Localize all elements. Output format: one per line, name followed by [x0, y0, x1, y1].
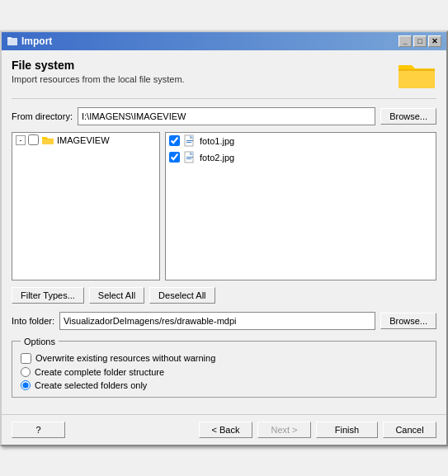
- svg-rect-5: [186, 142, 191, 143]
- complete-folder-radio[interactable]: [21, 367, 31, 377]
- filter-types-button[interactable]: Filter Types...: [12, 287, 84, 304]
- svg-rect-8: [186, 157, 193, 158]
- file-icon-foto1: [183, 134, 196, 148]
- from-directory-browse-button[interactable]: Browse...: [380, 108, 436, 125]
- footer: ? < Back Next > Finish Cancel: [2, 414, 446, 445]
- file-checkbox-foto2[interactable]: [169, 152, 180, 163]
- title-bar: Import _ □ ✕: [2, 32, 446, 50]
- svg-rect-4: [186, 140, 193, 141]
- complete-folder-label: Create complete folder structure: [35, 367, 164, 377]
- footer-right: < Back Next > Finish Cancel: [199, 422, 436, 438]
- from-directory-label: From directory:: [12, 111, 73, 121]
- cancel-button[interactable]: Cancel: [383, 422, 436, 438]
- option-selected-folders: Create selected folders only: [21, 380, 427, 390]
- deselect-all-button[interactable]: Deselect All: [149, 287, 215, 304]
- option-overwrite: Overwrite existing resources without war…: [21, 353, 427, 364]
- folder-small-icon: [41, 134, 54, 146]
- header-section: File system Import resources from the lo…: [12, 59, 436, 99]
- footer-left: ?: [12, 422, 65, 438]
- tree-item-checkbox[interactable]: [28, 134, 39, 145]
- next-button[interactable]: Next >: [257, 422, 311, 438]
- file-icon-foto2: [183, 151, 196, 164]
- option-complete-folder: Create complete folder structure: [21, 367, 427, 377]
- tree-item-label: IMAGEVIEW: [57, 135, 110, 145]
- tree-item-imageview[interactable]: - IMAGEVIEW: [12, 133, 159, 148]
- file-item-foto2[interactable]: foto2.jpg: [166, 149, 436, 166]
- overwrite-label: Overwrite existing resources without war…: [35, 353, 215, 363]
- tree-expander[interactable]: -: [16, 135, 26, 145]
- options-group: Options Overwrite existing resources wit…: [12, 337, 436, 398]
- import-dialog: Import _ □ ✕ File system Import resource…: [0, 31, 448, 446]
- page-description: Import resources from the local file sys…: [12, 74, 185, 84]
- header-text: File system Import resources from the lo…: [12, 59, 185, 84]
- main-content: File system Import resources from the lo…: [2, 50, 446, 414]
- selected-folders-label: Create selected folders only: [35, 380, 147, 390]
- overwrite-checkbox[interactable]: [21, 353, 31, 364]
- left-panel[interactable]: - IMAGEVIEW: [12, 132, 160, 280]
- title-bar-left: Import: [7, 35, 52, 47]
- selected-folders-radio[interactable]: [21, 380, 31, 390]
- close-button[interactable]: ✕: [428, 35, 441, 47]
- into-folder-browse-button[interactable]: Browse...: [380, 313, 436, 329]
- into-folder-input[interactable]: [59, 312, 375, 330]
- svg-rect-1: [7, 37, 12, 39]
- svg-rect-9: [186, 158, 191, 159]
- back-button[interactable]: < Back: [199, 422, 252, 438]
- minimize-button[interactable]: _: [398, 35, 412, 47]
- options-legend: Options: [21, 337, 59, 346]
- title-bar-controls: _ □ ✕: [398, 35, 441, 47]
- from-directory-row: From directory: Browse...: [12, 107, 436, 125]
- window-icon: [7, 35, 18, 47]
- action-buttons: Filter Types... Select All Deselect All: [12, 287, 436, 304]
- svg-rect-0: [7, 38, 17, 45]
- file-item-foto1[interactable]: foto1.jpg: [166, 133, 436, 149]
- help-icon: ?: [35, 425, 40, 435]
- finish-button[interactable]: Finish: [316, 422, 378, 438]
- page-title: File system: [12, 59, 185, 72]
- file-checkbox-foto1[interactable]: [169, 135, 180, 146]
- folder-large-icon: [397, 59, 436, 92]
- file-name-foto2: foto2.jpg: [200, 153, 234, 163]
- into-folder-row: Into folder: Browse...: [12, 312, 436, 330]
- window-title: Import: [21, 35, 52, 47]
- right-panel[interactable]: foto1.jpg foto2.jpg: [165, 132, 436, 280]
- into-folder-label: Into folder:: [12, 316, 54, 326]
- maximize-button[interactable]: □: [413, 35, 427, 47]
- file-name-foto1: foto1.jpg: [200, 136, 234, 146]
- from-directory-input[interactable]: [78, 107, 375, 125]
- help-button[interactable]: ?: [12, 422, 65, 438]
- select-all-button[interactable]: Select All: [89, 287, 144, 304]
- panels-container: - IMAGEVIEW: [12, 132, 436, 280]
